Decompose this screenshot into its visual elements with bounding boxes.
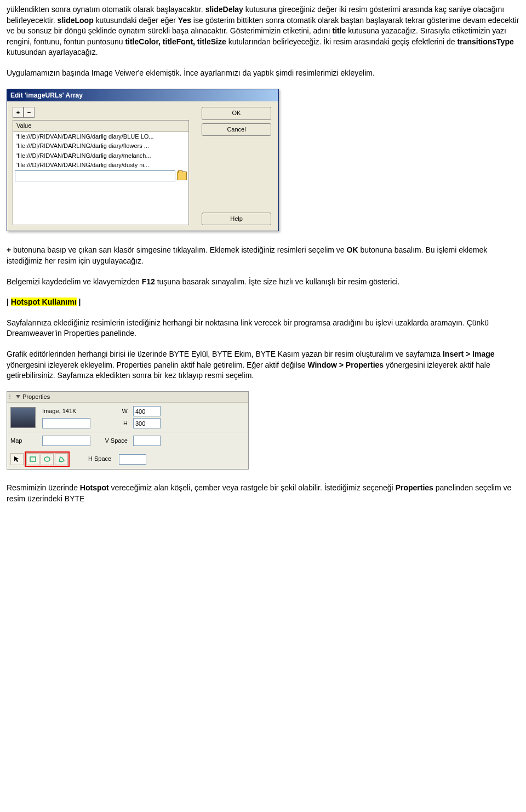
vspace-label: V Space (96, 437, 129, 445)
hotspot-heading-line: | Hotspot Kullanımı | (7, 297, 519, 308)
hspace-label: H Space (88, 455, 112, 463)
rectangle-hotspot-tool[interactable] (26, 453, 39, 465)
oval-hotspot-tool[interactable] (41, 453, 54, 465)
browse-folder-icon[interactable] (177, 171, 187, 180)
polygon-hotspot-tool[interactable] (55, 453, 68, 465)
image-size-label: Image, 141K (42, 407, 92, 415)
bold-f12: F12 (142, 277, 155, 286)
hspace-input[interactable] (119, 454, 146, 465)
text: kutularından belirleyeceğiz. İki resim a… (226, 37, 458, 46)
text: butonuna basıp ve çıkan sarı klasör simg… (11, 245, 346, 254)
bold-plus: + (7, 245, 11, 254)
paragraph-insert-image: Grafik editörlerinden herhangi birisi il… (7, 349, 519, 381)
list-item[interactable]: 'file:///D|/RIDVAN/DARLING/darlig diary/… (13, 151, 188, 161)
list-item[interactable]: 'file:///D|/RIDVAN/DARLING/darlig diary/… (13, 161, 188, 170)
bold-yes: Yes (178, 16, 191, 25)
list-item[interactable]: 'file:///D|/RIDVAN/DARLING/darlig diary/… (13, 141, 188, 151)
map-label: Map (10, 437, 38, 445)
text: kutusundan ayarlayacağız. (7, 48, 98, 56)
new-value-input[interactable] (15, 170, 175, 181)
image-name-input[interactable] (42, 418, 90, 428)
vspace-input[interactable] (133, 436, 161, 446)
paragraph-hotspot-intro: Sayfalarınıza eklediğiniz resimlerin ist… (7, 318, 519, 339)
list-value-header: Value (13, 121, 188, 131)
remove-button[interactable]: − (24, 107, 35, 118)
text: Belgemizi kaydedelim ve klavyemizden (7, 277, 142, 286)
dialog-titlebar: Edit 'imageURLs' Array (7, 89, 278, 102)
svg-rect-0 (30, 457, 36, 461)
map-input[interactable] (42, 436, 90, 446)
bold-titlecolor: titleColor, titleFont, titleSize (125, 37, 226, 46)
text: kutusundaki değer eğer (94, 16, 178, 25)
collapse-triangle-icon[interactable] (16, 395, 20, 398)
bold-title: title (333, 26, 346, 35)
bold-hotspot: Hotspot (80, 483, 109, 492)
text: Grafik editörlerinden herhangi birisi il… (7, 350, 443, 358)
help-button[interactable]: Help (202, 213, 271, 225)
bold-slideloop: slideLoop (58, 16, 94, 25)
bold-insert-image: Insert > Image (443, 350, 495, 358)
text: tuşuna basarak sınayalım. İşte size hızl… (155, 277, 400, 286)
list-item[interactable]: 'file:///D|/RIDVAN/DARLING/darlig diary/… (13, 132, 188, 141)
paragraph-hotspot-shape: Resmimizin üzerinde Hotspot vereceğimiz … (7, 483, 519, 504)
text: Resmimizin üzerinde (7, 483, 80, 492)
bold-transitionstype: transitionsType (458, 37, 514, 46)
properties-panel: Properties Image, 141K W H Map V Space (7, 391, 249, 470)
bold-properties: Properties (396, 483, 433, 492)
paragraph-description: yüklendikten sonra oynatım otomatik olar… (7, 4, 519, 58)
w-label: W (96, 407, 129, 415)
paragraph-f12: Belgemizi kaydedelim ve klavyemizden F12… (7, 277, 519, 288)
paragraph-plus-instruction: + butonuna basıp ve çıkan sarı klasör si… (7, 245, 519, 266)
value-listbox[interactable]: Value 'file:///D|/RIDVAN/DARLING/darlig … (13, 120, 189, 225)
hotspot-tools-highlight (25, 451, 70, 467)
pointer-tool[interactable] (10, 453, 24, 465)
width-input[interactable] (133, 406, 161, 416)
grip-icon (9, 394, 14, 399)
paragraph-intro: Uygulamamızın başında Image Veiwer'e ekl… (7, 68, 519, 79)
properties-title: Properties (22, 393, 50, 401)
hotspot-heading: Hotspot Kullanımı (11, 298, 77, 306)
bold-window-properties: Window > Properties (307, 361, 384, 369)
image-thumbnail[interactable] (10, 407, 36, 428)
bold-ok: OK (347, 245, 358, 254)
edit-array-dialog: Edit 'imageURLs' Array + − Value 'file:/… (7, 89, 279, 232)
properties-header[interactable]: Properties (7, 392, 248, 403)
height-input[interactable] (133, 418, 161, 428)
text: yönergesini izleyerek ekleyelim. Propert… (7, 361, 307, 369)
add-button[interactable]: + (13, 107, 24, 118)
bold-slidedelay: slideDelay (205, 5, 243, 14)
text: vereceğimiz alan köşeli, çember veya ras… (109, 483, 396, 492)
text: yüklendikten sonra oynatım otomatik olar… (7, 5, 205, 14)
cancel-button[interactable]: Cancel (202, 123, 271, 136)
svg-point-1 (44, 457, 50, 461)
ok-button[interactable]: OK (202, 107, 271, 119)
h-label: H (96, 419, 129, 427)
